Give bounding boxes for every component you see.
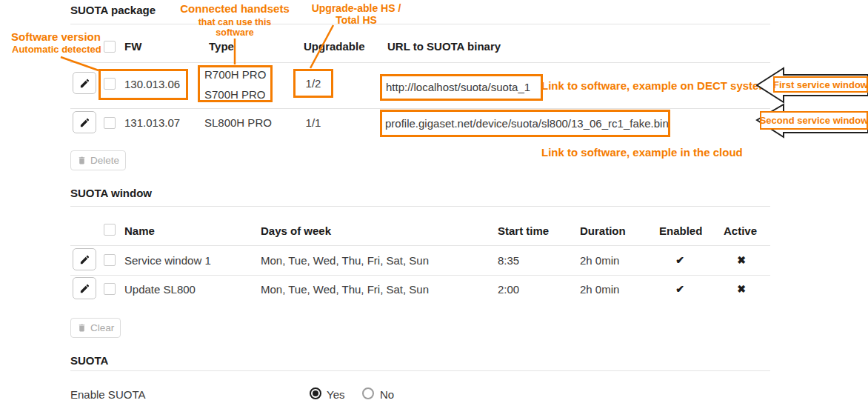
highlight-box-type-value [198, 65, 273, 102]
column-header-enabled: Enabled [659, 224, 702, 237]
cell-name: Update SL800 [124, 283, 196, 296]
clear-button[interactable]: Clear [70, 318, 121, 338]
section-heading-suota-package: SUOTA package [70, 4, 156, 16]
section-heading-suota: SUOTA [70, 354, 108, 367]
select-all-checkbox[interactable] [104, 224, 116, 236]
enable-suota-label: Enable SUOTA [70, 388, 145, 401]
clear-button-label: Clear [90, 322, 114, 333]
column-header-upgradable: Upgradable [304, 40, 365, 53]
section-heading-suota-window: SUOTA window [70, 187, 152, 199]
pencil-icon [79, 117, 90, 128]
cell-duration: 2h 0min [580, 254, 619, 267]
row-select-checkbox[interactable] [104, 283, 116, 295]
column-header-name: Name [124, 224, 155, 237]
highlight-box-fw-value [99, 69, 188, 100]
cell-start-time: 8:35 [498, 254, 519, 267]
first-service-window-arrow: First service window [754, 67, 868, 105]
delete-button-label: Delete [90, 155, 119, 166]
column-header-type: Type [209, 40, 234, 53]
highlight-box-url-row1 [380, 74, 543, 101]
divider [70, 245, 770, 246]
divider [70, 108, 770, 109]
leader-line-software-version [61, 57, 99, 70]
row-select-checkbox[interactable] [104, 117, 116, 129]
column-header-days: Days of week [261, 224, 331, 237]
pencil-icon [79, 254, 90, 265]
highlight-box-upgradable-value [293, 69, 333, 98]
annotation-link-cloud: Link to software, example in the cloud [541, 146, 743, 159]
trash-icon [77, 323, 87, 333]
annotation-connected-handsets-sub1: that can use this [176, 17, 294, 27]
column-header-active: Active [724, 224, 757, 237]
annotation-software-version-title: Software version [11, 30, 101, 43]
cell-fw: 131.013.07 [124, 116, 180, 129]
cell-upgradable: 1/1 [293, 116, 333, 129]
second-service-window-label: Second service window [760, 111, 868, 130]
column-header-fw: FW [124, 40, 141, 53]
enabled-check-icon: ✔ [675, 283, 684, 295]
highlight-box-url-row2 [380, 110, 670, 137]
pencil-icon [79, 283, 90, 294]
first-service-window-label: First service window [773, 76, 868, 93]
enable-suota-no-label: No [380, 388, 394, 401]
annotation-connected-handsets-title: Connected handsets [176, 2, 294, 15]
active-cross-icon: ✖ [737, 283, 746, 295]
annotation-link-dect: Link to software, example on DECT system [541, 79, 769, 92]
enabled-check-icon: ✔ [675, 254, 684, 266]
delete-button[interactable]: Delete [70, 150, 126, 170]
edit-row-button[interactable] [73, 72, 96, 94]
annotation-leader-lines [0, 0, 868, 406]
cell-type-line1: SL800H PRO [204, 116, 272, 129]
annotation-upgradeable-line2: Total HS [304, 14, 408, 26]
active-cross-icon: ✖ [737, 254, 746, 266]
row-select-checkbox[interactable] [104, 254, 116, 266]
edit-row-button[interactable] [73, 111, 96, 133]
edit-row-button[interactable] [73, 248, 96, 270]
edit-row-button[interactable] [73, 277, 96, 299]
cell-days: Mon, Tue, Wed, Thu, Fri, Sat, Sun [261, 254, 429, 267]
second-service-window-arrow: Second service window [751, 102, 868, 142]
annotation-upgradeable-line1: Upgrade-able HS / [304, 2, 408, 14]
enable-suota-no-radio[interactable] [362, 387, 374, 399]
divider [70, 275, 770, 276]
cell-name: Service window 1 [124, 254, 211, 267]
column-header-start-time: Start time [498, 224, 549, 237]
annotation-software-version-sub: Automatic detected [12, 44, 101, 56]
select-all-checkbox[interactable] [104, 41, 116, 53]
enable-suota-yes-label: Yes [327, 388, 344, 401]
suota-settings-page: SUOTA package FW Type Upgradable URL to … [0, 0, 868, 406]
divider [70, 206, 770, 207]
column-header-duration: Duration [580, 224, 626, 237]
pencil-icon [79, 78, 90, 89]
divider [70, 62, 770, 63]
enable-suota-yes-radio[interactable] [310, 387, 321, 399]
trash-icon [77, 156, 87, 165]
cell-duration: 2h 0min [580, 283, 619, 296]
cell-start-time: 2:00 [498, 283, 519, 296]
column-header-url: URL to SUOTA binary [387, 40, 501, 53]
annotation-connected-handsets-sub2: software [176, 27, 294, 38]
divider [70, 370, 770, 371]
cell-days: Mon, Tue, Wed, Thu, Fri, Sat, Sun [261, 283, 429, 296]
